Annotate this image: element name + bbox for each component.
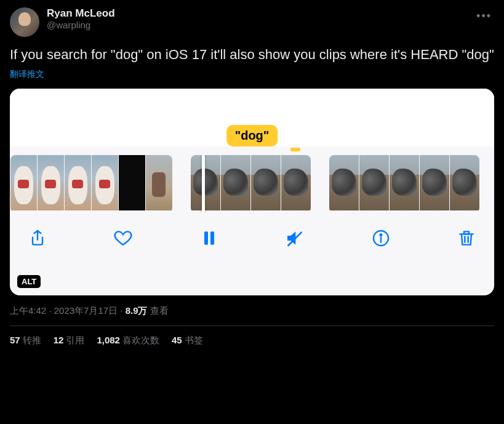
clip-group[interactable] bbox=[10, 155, 172, 213]
retweets-count: 57 bbox=[10, 335, 20, 345]
media-card[interactable]: "dog" bbox=[10, 89, 494, 295]
timeline-frame bbox=[390, 155, 419, 210]
avatar[interactable] bbox=[10, 7, 39, 37]
timeline-frame bbox=[251, 155, 281, 210]
likes-label: 喜欢次数 bbox=[122, 335, 159, 345]
timeline-frame bbox=[420, 155, 449, 210]
timeline-frame bbox=[450, 155, 479, 210]
heart-icon[interactable] bbox=[113, 228, 134, 249]
svg-rect-1 bbox=[210, 231, 214, 244]
info-icon[interactable] bbox=[370, 228, 391, 249]
divider bbox=[10, 326, 494, 326]
timeline-frame bbox=[38, 155, 64, 210]
alt-badge[interactable]: ALT bbox=[17, 275, 41, 288]
media-header-area: "dog" bbox=[10, 89, 494, 146]
bookmarks-stat[interactable]: 45书签 bbox=[172, 335, 203, 346]
trash-icon[interactable] bbox=[456, 228, 477, 249]
timeline-frame bbox=[329, 155, 359, 210]
retweets-label: 转推 bbox=[23, 335, 41, 345]
pause-icon[interactable] bbox=[199, 228, 220, 249]
likes-stat[interactable]: 1,082喜欢次数 bbox=[97, 335, 159, 346]
views-count[interactable]: 8.9万 bbox=[126, 305, 148, 316]
media-toolbar bbox=[10, 213, 494, 263]
tweet-meta: 上午4:42 · 2023年7月17日 · 8.9万 查看 bbox=[10, 305, 494, 317]
timeline-frame bbox=[10, 155, 37, 210]
author-block[interactable]: Ryan McLeod @warpling bbox=[47, 7, 474, 30]
scrub-marker bbox=[290, 148, 300, 151]
video-timeline[interactable] bbox=[10, 146, 494, 213]
timeline-frame bbox=[359, 155, 389, 210]
more-icon[interactable]: ••• bbox=[474, 7, 494, 25]
timeline-frame bbox=[281, 155, 311, 210]
playhead[interactable] bbox=[202, 155, 205, 213]
svg-point-4 bbox=[380, 234, 382, 236]
mute-icon[interactable] bbox=[284, 228, 305, 249]
views-label: 查看 bbox=[150, 305, 169, 316]
translate-link[interactable]: 翻译推文 bbox=[10, 69, 44, 80]
clip-group[interactable] bbox=[329, 155, 479, 213]
clip-group[interactable] bbox=[191, 155, 311, 213]
timeline-frame bbox=[65, 155, 91, 210]
share-icon[interactable] bbox=[27, 228, 48, 249]
caption-pill: "dog" bbox=[226, 125, 278, 146]
timeline-frame bbox=[191, 155, 220, 210]
bookmarks-count: 45 bbox=[172, 335, 182, 345]
quotes-label: 引用 bbox=[66, 335, 84, 345]
tweet-container: Ryan McLeod @warpling ••• If you search … bbox=[0, 0, 504, 354]
timeline-frame bbox=[221, 155, 250, 210]
retweets-stat[interactable]: 57转推 bbox=[10, 335, 41, 346]
tweet-header: Ryan McLeod @warpling ••• bbox=[10, 7, 494, 37]
tweet-text: If you search for "dog" on iOS 17 it'll … bbox=[10, 46, 494, 64]
quotes-stat[interactable]: 12引用 bbox=[54, 335, 85, 346]
timeline-frame bbox=[146, 155, 172, 210]
tweet-stats: 57转推 12引用 1,082喜欢次数 45书签 bbox=[10, 335, 494, 346]
author-display-name: Ryan McLeod bbox=[47, 7, 474, 20]
quotes-count: 12 bbox=[54, 335, 64, 345]
svg-rect-0 bbox=[204, 231, 208, 244]
timeline-frame bbox=[92, 155, 118, 210]
likes-count: 1,082 bbox=[97, 335, 120, 345]
bookmarks-label: 书签 bbox=[185, 335, 203, 345]
tweet-date[interactable]: 2023年7月17日 bbox=[54, 305, 118, 316]
tweet-time[interactable]: 上午4:42 bbox=[10, 305, 46, 316]
timeline-frame bbox=[119, 155, 145, 210]
author-handle: @warpling bbox=[47, 20, 474, 30]
